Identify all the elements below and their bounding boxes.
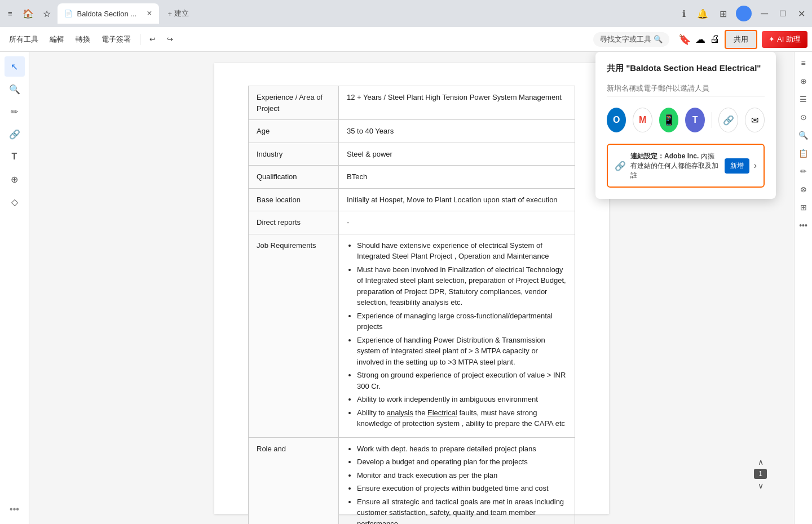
right-tool-3[interactable]: ☰ [797, 92, 810, 106]
right-tool-7[interactable]: ✏ [797, 165, 810, 178]
cursor-tool[interactable]: ↖ [5, 56, 25, 77]
share-icons-divider [712, 112, 712, 128]
toolbar: 所有工具 編輯 轉換 電子簽署 ↩ ↪ 尋找文字或工具 🔍 🔖 ☁ 🖨 共用 ✦… [0, 27, 812, 52]
new-tab-plus: + [168, 10, 173, 18]
list-item: Must have been involved in Finalization … [357, 264, 567, 308]
page-controls: ∧ 1 ∨ [754, 458, 767, 490]
tab-close-btn[interactable]: × [147, 9, 152, 18]
industry-value: Steel & power [339, 143, 575, 166]
share-expand-btn[interactable]: › [754, 161, 757, 171]
browser-chrome: ≡ 🏠 ☆ 📄 Baldota Section ... × + 建立 ℹ 🔔 ⊞… [0, 0, 812, 27]
share-whatsapp-btn[interactable]: 📱 [659, 108, 678, 132]
right-tool-10[interactable]: ••• [797, 219, 810, 232]
right-sidebar: ≡ ⊕ ☰ ⊙ 🔍 📋 ✏ ⊗ ⊞ ••• [794, 52, 812, 524]
bookmark-icon[interactable]: 🔖 [678, 33, 691, 46]
list-item: Ensure all strategic and tactical goals … [357, 496, 567, 525]
search-tool[interactable]: 🔍 [5, 79, 25, 99]
ai-icon: ✦ [769, 35, 775, 43]
share-btn[interactable]: 共用 [725, 30, 757, 49]
row-label: Direct reports [249, 211, 339, 234]
row-label: Experience / Area of Project [249, 86, 339, 120]
right-tool-5[interactable]: 🔍 [797, 128, 810, 142]
job-req-label: Job Requirements [249, 234, 339, 437]
right-tool-8[interactable]: ⊗ [797, 183, 810, 196]
page-up-btn[interactable]: ∧ [758, 458, 764, 467]
page-down-btn[interactable]: ∨ [758, 481, 764, 490]
row-label: Qualification [249, 166, 339, 189]
minimize-btn[interactable]: ─ [758, 6, 770, 22]
share-outlook-btn[interactable]: O [607, 108, 626, 132]
cloud-icon[interactable]: ☁ [695, 33, 705, 46]
page-number: 1 [754, 469, 767, 479]
job-req-value: Should have extensive experience of elec… [339, 234, 575, 437]
table-row: Direct reports - [249, 211, 575, 234]
new-tab-btn[interactable]: + 建立 [164, 6, 194, 21]
star-icon[interactable]: ☆ [41, 6, 53, 21]
close-btn[interactable]: ✕ [796, 6, 807, 21]
table-row-role: Role and Work with dept. heads to prepar… [249, 437, 575, 524]
toolbar-separator-1 [140, 34, 140, 45]
share-link-section: 🔗 連結設定：Adobe Inc. 內擁有連結的任何人都能存取及加註 新增 › [607, 144, 765, 188]
share-gmail-btn[interactable]: M [633, 108, 652, 132]
right-tool-9[interactable]: ⊞ [797, 201, 810, 214]
edit-btn[interactable]: 編輯 [45, 32, 69, 47]
role-label: Role and [249, 437, 339, 524]
maximize-btn[interactable]: ☐ [777, 7, 789, 20]
stamp-tool[interactable]: ⊕ [5, 169, 25, 189]
share-invite-input[interactable] [607, 81, 765, 96]
role-value: Work with dept. heads to prepare detaile… [339, 437, 575, 524]
link-tool[interactable]: 🔗 [5, 124, 25, 144]
base-location-label: Base location [249, 188, 339, 211]
new-tab-label: 建立 [174, 8, 189, 19]
share-icons-row: O M 📱 T 🔗 ✉ [607, 108, 765, 132]
apps-grid-icon[interactable]: ⊞ [717, 6, 729, 21]
convert-btn[interactable]: 轉換 [71, 32, 95, 47]
share-popup-title: 共用 "Baldota Section Head Electrical" [607, 63, 765, 74]
table-row-job-req: Job Requirements Should have extensive e… [249, 234, 575, 437]
text-tool[interactable]: T [5, 146, 25, 167]
table-row: Qualification BTech [249, 166, 575, 189]
main-layout: ↖ 🔍 ✏ 🔗 T ⊕ ◇ ••• Experience / Area of P… [0, 52, 812, 524]
home-icon[interactable]: 🏠 [20, 6, 36, 21]
left-sidebar: ↖ 🔍 ✏ 🔗 T ⊕ ◇ ••• [0, 52, 29, 524]
share-teams-btn[interactable]: T [685, 108, 704, 132]
esign-btn[interactable]: 電子簽署 [97, 32, 135, 47]
share-email-btn[interactable]: ✉ [745, 108, 765, 132]
undo-btn[interactable]: ↩ [145, 33, 160, 46]
redo-btn[interactable]: ↪ [162, 33, 178, 46]
search-bar[interactable]: 尋找文字或工具 🔍 [593, 32, 669, 47]
tab-icon: 📄 [64, 10, 73, 17]
row-label: Age [249, 120, 339, 143]
share-link-description: 連結設定：Adobe Inc. 內擁有連結的任何人都能存取及加註 [630, 152, 720, 180]
right-tool-4[interactable]: ⊙ [797, 110, 810, 124]
search-label: 尋找文字或工具 [600, 34, 651, 45]
print-icon[interactable]: 🖨 [710, 33, 720, 45]
browser-menu-btn[interactable]: ≡ [5, 7, 16, 20]
content-area: Experience / Area of Project 12 + Years … [29, 52, 794, 524]
browser-tab[interactable]: 📄 Baldota Section ... × [58, 3, 159, 24]
notification-icon[interactable]: 🔔 [695, 6, 710, 21]
document: Experience / Area of Project 12 + Years … [214, 63, 609, 514]
user-avatar[interactable] [736, 6, 752, 21]
pen-tool[interactable]: ✏ [5, 101, 25, 122]
industry-label: Industry [249, 143, 339, 166]
base-location-value: Initially at Hospet, Move to Plant Locat… [339, 188, 575, 211]
more-tools[interactable]: ••• [5, 499, 25, 519]
right-tool-6[interactable]: 📋 [797, 146, 810, 160]
row-value: 12 + Years / Steel Plant High Tension Po… [339, 86, 575, 120]
right-tool-2[interactable]: ⊕ [797, 74, 810, 88]
ai-btn[interactable]: ✦ AI 助理 [762, 31, 807, 48]
right-tool-1[interactable]: ≡ [797, 56, 810, 70]
undo-redo-group: ↩ ↪ [145, 33, 178, 46]
share-link-btn[interactable]: 🔗 [718, 108, 738, 132]
table-row-industry: Industry Steel & power [249, 143, 575, 166]
share-add-btn[interactable]: 新增 [725, 158, 749, 174]
all-tools-btn[interactable]: 所有工具 [5, 32, 43, 47]
list-item: Should have extensive experience of elec… [357, 240, 567, 262]
list-item: Experience of managing large cross-funct… [357, 310, 567, 332]
row-value: - [339, 211, 575, 234]
info-icon[interactable]: ℹ [680, 6, 688, 21]
list-item: Ability to analysis the Electrical fault… [357, 407, 567, 429]
link-settings-icon: 🔗 [615, 161, 626, 171]
erase-tool[interactable]: ◇ [5, 192, 25, 212]
